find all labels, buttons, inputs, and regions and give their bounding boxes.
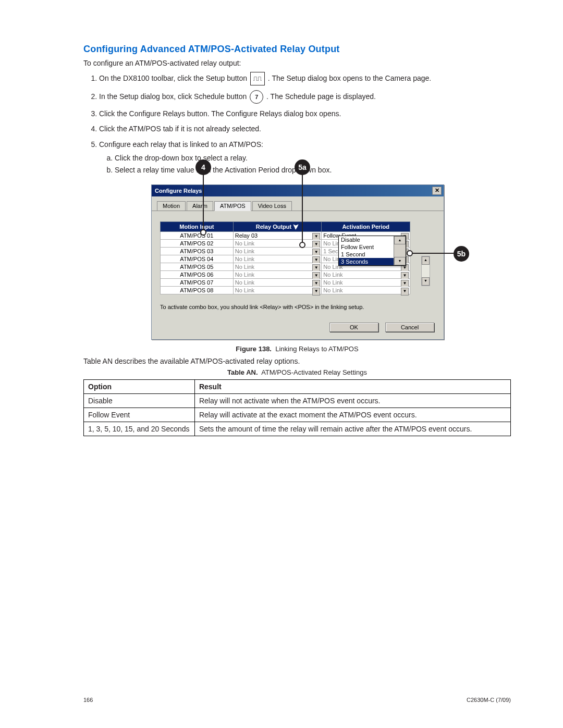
- table-row: 1, 3, 5, 10, 15, and 20 SecondsSets the …: [84, 422, 511, 436]
- panel-scroll-up-icon[interactable]: ▲: [422, 256, 430, 265]
- tab-alarm[interactable]: Alarm: [187, 201, 213, 211]
- result-cell: Relay will not activate when the ATM/POS…: [194, 394, 510, 408]
- callout-5a-leader: [302, 174, 303, 243]
- panel-scrollbar[interactable]: ▲ ▼: [421, 256, 430, 286]
- step-5b: Select a relay time value from the Activ…: [115, 165, 511, 175]
- motion-input-cell: ATM/POS 05: [161, 263, 234, 271]
- step-1: On the DX8100 toolbar, click the Setup b…: [99, 72, 511, 85]
- intro-text: To configure an ATM/POS-activated relay …: [83, 59, 511, 67]
- activation-dropdown-open[interactable]: Disable Follow Event 1 Second 3 Seconds …: [338, 236, 406, 266]
- activation-period-dropdown[interactable]: No Link▼: [322, 271, 410, 279]
- dropdown-scroll-down-icon[interactable]: ▼: [394, 257, 406, 265]
- relay-output-dropdown[interactable]: No Link▼: [233, 271, 322, 279]
- page-number: 166: [83, 697, 93, 703]
- cancel-button[interactable]: Cancel: [385, 323, 434, 332]
- col-relay-output-label: Relay Output: [256, 224, 291, 230]
- motion-input-cell: ATM/POS 08: [161, 287, 234, 294]
- relay-output-dropdown[interactable]: No Link▼: [233, 263, 322, 271]
- relay-output-dropdown[interactable]: No Link▼: [233, 255, 322, 263]
- opt-head-option: Option: [84, 380, 195, 394]
- col-relay-output: Relay Output ⮟: [233, 222, 322, 232]
- table-row: Follow EventRelay will activate at the e…: [84, 408, 511, 422]
- section-heading: Configuring Advanced ATM/POS-Activated R…: [83, 44, 511, 55]
- activation-period-dropdown[interactable]: No Link▼: [322, 279, 410, 287]
- step-3: Click the Configure Relays button. The C…: [99, 108, 511, 119]
- motion-input-cell: ATM/POS 01: [161, 232, 234, 240]
- relay-output-dropdown[interactable]: No Link▼: [233, 248, 322, 255]
- motion-input-cell: ATM/POS 04: [161, 255, 234, 263]
- step-2-text-b: . The Schedule page is displayed.: [266, 92, 376, 101]
- figure-caption: Figure 138. Linking Relays to ATM/POS: [83, 345, 511, 353]
- col-motion-input: Motion Input: [161, 222, 234, 232]
- step-1-text-a: On the DX8100 toolbar, click the Setup b…: [99, 74, 249, 82]
- col-activation-period: Activation Period: [322, 222, 410, 232]
- chevron-down-icon[interactable]: ▼: [401, 288, 409, 295]
- doc-id: C2630M-C (7/09): [467, 697, 511, 703]
- dropdown-scroll-up-icon[interactable]: ▲: [394, 236, 406, 244]
- ok-button[interactable]: OK: [329, 323, 378, 332]
- option-cell: Follow Event: [84, 408, 195, 422]
- relay-output-dropdown[interactable]: No Link▼: [233, 240, 322, 248]
- callout-4-label: 4: [201, 161, 205, 174]
- relay-output-dropdown[interactable]: Relay 03▼: [233, 232, 322, 240]
- dialog-hint: To activate combo box, you should link <…: [160, 304, 435, 310]
- motion-input-cell: ATM/POS 06: [161, 271, 234, 279]
- steps-list: On the DX8100 toolbar, click the Setup b…: [83, 72, 511, 175]
- table-intro: Table AN describes the available ATM/POS…: [83, 357, 511, 365]
- table-row: ATM/POS 07No Link▼No Link▼: [161, 279, 410, 287]
- table-caption-text: ATM/POS-Activated Relay Settings: [261, 368, 367, 376]
- tab-atm-pos[interactable]: ATM/POS: [214, 201, 251, 211]
- tab-video-loss[interactable]: Video Loss: [252, 201, 292, 211]
- relay-output-dropdown[interactable]: No Link▼: [233, 279, 322, 287]
- dialog-titlebar: Configure Relays ✕: [152, 185, 444, 196]
- table-row: ATM/POS 08No Link▼No Link▼: [161, 287, 410, 294]
- tab-motion[interactable]: Motion: [157, 201, 186, 211]
- step-5-text: Configure each relay that is linked to a…: [99, 140, 263, 149]
- step-5a: Click the drop-down box to select a rela…: [115, 153, 511, 163]
- motion-input-cell: ATM/POS 02: [161, 240, 234, 248]
- step-4: Click the ATM/POS tab if it is not alrea…: [99, 124, 511, 134]
- option-cell: 1, 3, 5, 10, 15, and 20 Seconds: [84, 422, 195, 436]
- callout-5b-label: 5b: [457, 247, 466, 261]
- options-table: Option Result DisableRelay will not acti…: [83, 379, 511, 436]
- relay-output-dropdown[interactable]: No Link▼: [233, 287, 322, 294]
- figure-wrap: 4 5a 5b Configure Relays ✕ Motion Alarm …: [151, 184, 443, 340]
- motion-input-cell: ATM/POS 03: [161, 248, 234, 255]
- tabs-row: Motion Alarm ATM/POS Video Loss: [152, 196, 444, 211]
- dialog-button-row: OK Cancel: [152, 317, 444, 339]
- chevron-down-icon[interactable]: ▼: [312, 288, 320, 295]
- callout-5a-label: 5a: [298, 161, 307, 174]
- step-2-text-a: In the Setup dialog box, click Schedule …: [99, 92, 249, 101]
- schedule-icon: 7: [250, 90, 263, 104]
- option-cell: Disable: [84, 394, 195, 408]
- callout-5b: 5b: [454, 246, 469, 262]
- callout-5b-leader: [411, 253, 454, 254]
- page-footer: 166 C2630M-C (7/09): [83, 697, 511, 703]
- figure-label: Figure 138.: [236, 345, 272, 353]
- callout-4-leader: [203, 174, 204, 230]
- step-1-text-b: . The Setup dialog box opens to the Came…: [268, 74, 431, 82]
- setup-icon: ⎍⎍: [250, 72, 265, 85]
- dialog-title: Configure Relays: [155, 188, 202, 194]
- opt-head-result: Result: [194, 380, 510, 394]
- activation-period-dropdown[interactable]: No Link▼: [322, 287, 410, 294]
- configure-relays-dialog: Configure Relays ✕ Motion Alarm ATM/POS …: [151, 184, 444, 340]
- dropdown-scrollbar[interactable]: ▲ ▼: [394, 236, 406, 265]
- close-button[interactable]: ✕: [432, 187, 442, 195]
- step-2: In the Setup dialog box, click Schedule …: [99, 90, 511, 104]
- result-cell: Sets the amount of time the relay will r…: [194, 422, 510, 436]
- table-label: Table AN.: [227, 368, 258, 376]
- table-row: DisableRelay will not activate when the …: [84, 394, 511, 408]
- motion-input-cell: ATM/POS 07: [161, 279, 234, 287]
- figure-caption-text: Linking Relays to ATM/POS: [275, 345, 358, 353]
- table-row: ATM/POS 06No Link▼No Link▼: [161, 271, 410, 279]
- table-caption: Table AN. ATM/POS-Activated Relay Settin…: [83, 368, 511, 376]
- result-cell: Relay will activate at the exact moment …: [194, 408, 510, 422]
- tab-panel: Motion Input Relay Output ⮟ Activation P…: [152, 211, 444, 317]
- panel-scroll-down-icon[interactable]: ▼: [422, 277, 430, 286]
